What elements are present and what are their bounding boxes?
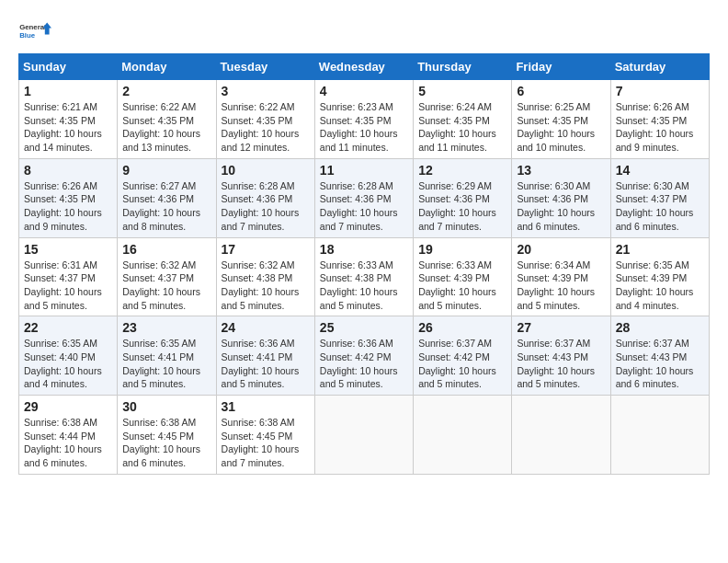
day-number: 21	[616, 242, 704, 257]
calendar-cell: 20Sunrise: 6:34 AM Sunset: 4:39 PM Dayli…	[512, 237, 610, 316]
weekday-header: Wednesday	[314, 54, 413, 80]
day-number: 17	[222, 242, 310, 257]
day-info: Sunrise: 6:32 AM Sunset: 4:37 PM Dayligh…	[122, 259, 210, 313]
calendar-cell: 12Sunrise: 6:29 AM Sunset: 4:36 PM Dayli…	[414, 158, 512, 237]
calendar-cell: 25Sunrise: 6:36 AM Sunset: 4:42 PM Dayli…	[314, 316, 413, 396]
day-number: 15	[24, 242, 112, 257]
day-info: Sunrise: 6:31 AM Sunset: 4:37 PM Dayligh…	[24, 259, 112, 313]
day-number: 20	[517, 242, 605, 257]
day-info: Sunrise: 6:33 AM Sunset: 4:39 PM Dayligh…	[418, 259, 506, 313]
calendar-cell: 11Sunrise: 6:28 AM Sunset: 4:36 PM Dayli…	[314, 158, 413, 237]
calendar-cell: 2Sunrise: 6:22 AM Sunset: 4:35 PM Daylig…	[118, 80, 216, 159]
calendar-cell: 15Sunrise: 6:31 AM Sunset: 4:37 PM Dayli…	[19, 237, 118, 316]
day-info: Sunrise: 6:35 AM Sunset: 4:40 PM Dayligh…	[24, 337, 112, 391]
weekday-header: Friday	[512, 54, 610, 80]
weekday-header: Thursday	[414, 54, 512, 80]
header: General Blue	[18, 15, 710, 48]
calendar-cell	[314, 396, 413, 475]
calendar-cell: 6Sunrise: 6:25 AM Sunset: 4:35 PM Daylig…	[512, 80, 610, 159]
day-info: Sunrise: 6:26 AM Sunset: 4:35 PM Dayligh…	[24, 179, 112, 234]
svg-text:General: General	[19, 23, 46, 31]
calendar-week-row: 15Sunrise: 6:31 AM Sunset: 4:37 PM Dayli…	[19, 237, 710, 316]
calendar-cell: 31Sunrise: 6:38 AM Sunset: 4:45 PM Dayli…	[216, 396, 314, 475]
calendar-cell: 9Sunrise: 6:27 AM Sunset: 4:36 PM Daylig…	[118, 158, 216, 237]
day-number: 1	[24, 84, 112, 98]
day-number: 30	[122, 399, 210, 414]
day-info: Sunrise: 6:25 AM Sunset: 4:35 PM Dayligh…	[517, 100, 605, 155]
day-number: 5	[418, 84, 506, 98]
day-info: Sunrise: 6:37 AM Sunset: 4:43 PM Dayligh…	[517, 337, 605, 391]
calendar-cell: 14Sunrise: 6:30 AM Sunset: 4:37 PM Dayli…	[610, 158, 709, 237]
day-info: Sunrise: 6:36 AM Sunset: 4:41 PM Dayligh…	[222, 337, 310, 391]
svg-text:Blue: Blue	[19, 31, 36, 40]
day-number: 23	[122, 320, 210, 335]
day-info: Sunrise: 6:35 AM Sunset: 4:41 PM Dayligh…	[122, 337, 210, 391]
day-number: 22	[24, 320, 112, 335]
day-number: 7	[616, 84, 704, 98]
day-number: 3	[222, 84, 310, 98]
weekday-header: Monday	[118, 54, 216, 80]
day-number: 29	[24, 399, 112, 414]
weekday-header: Tuesday	[216, 54, 314, 80]
calendar-cell: 5Sunrise: 6:24 AM Sunset: 4:35 PM Daylig…	[414, 80, 512, 159]
day-info: Sunrise: 6:38 AM Sunset: 4:45 PM Dayligh…	[122, 416, 210, 470]
day-info: Sunrise: 6:38 AM Sunset: 4:44 PM Dayligh…	[24, 416, 112, 470]
calendar-week-row: 8Sunrise: 6:26 AM Sunset: 4:35 PM Daylig…	[19, 158, 710, 237]
calendar-cell: 24Sunrise: 6:36 AM Sunset: 4:41 PM Dayli…	[216, 316, 314, 396]
calendar-table: SundayMondayTuesdayWednesdayThursdayFrid…	[18, 53, 710, 475]
calendar-cell: 4Sunrise: 6:23 AM Sunset: 4:35 PM Daylig…	[314, 80, 413, 159]
calendar-cell: 3Sunrise: 6:22 AM Sunset: 4:35 PM Daylig…	[216, 80, 314, 159]
logo-icon: General Blue	[18, 15, 51, 48]
calendar-cell	[610, 396, 709, 475]
day-number: 8	[24, 163, 112, 178]
day-info: Sunrise: 6:30 AM Sunset: 4:36 PM Dayligh…	[517, 179, 605, 234]
calendar-week-row: 1Sunrise: 6:21 AM Sunset: 4:35 PM Daylig…	[19, 80, 710, 159]
day-info: Sunrise: 6:38 AM Sunset: 4:45 PM Dayligh…	[222, 416, 310, 470]
day-number: 9	[122, 163, 210, 178]
calendar-cell: 30Sunrise: 6:38 AM Sunset: 4:45 PM Dayli…	[118, 396, 216, 475]
calendar-header: SundayMondayTuesdayWednesdayThursdayFrid…	[19, 54, 710, 80]
calendar-cell: 21Sunrise: 6:35 AM Sunset: 4:39 PM Dayli…	[610, 237, 709, 316]
day-number: 18	[320, 242, 408, 257]
day-info: Sunrise: 6:24 AM Sunset: 4:35 PM Dayligh…	[418, 100, 506, 155]
day-number: 28	[616, 320, 704, 335]
day-number: 6	[517, 84, 605, 98]
calendar-cell: 13Sunrise: 6:30 AM Sunset: 4:36 PM Dayli…	[512, 158, 610, 237]
calendar-cell: 1Sunrise: 6:21 AM Sunset: 4:35 PM Daylig…	[19, 80, 118, 159]
day-info: Sunrise: 6:28 AM Sunset: 4:36 PM Dayligh…	[320, 179, 408, 234]
day-info: Sunrise: 6:36 AM Sunset: 4:42 PM Dayligh…	[320, 337, 408, 391]
day-number: 4	[320, 84, 408, 98]
day-number: 14	[616, 163, 704, 178]
calendar-cell: 22Sunrise: 6:35 AM Sunset: 4:40 PM Dayli…	[19, 316, 118, 396]
logo: General Blue	[18, 15, 51, 48]
weekday-header: Saturday	[610, 54, 709, 80]
day-info: Sunrise: 6:32 AM Sunset: 4:38 PM Dayligh…	[222, 259, 310, 313]
weekday-header: Sunday	[19, 54, 118, 80]
day-info: Sunrise: 6:23 AM Sunset: 4:35 PM Dayligh…	[320, 100, 408, 155]
calendar-cell: 27Sunrise: 6:37 AM Sunset: 4:43 PM Dayli…	[512, 316, 610, 396]
day-info: Sunrise: 6:37 AM Sunset: 4:43 PM Dayligh…	[616, 337, 704, 391]
day-number: 12	[418, 163, 506, 178]
day-number: 25	[320, 320, 408, 335]
day-number: 31	[222, 399, 310, 414]
day-info: Sunrise: 6:22 AM Sunset: 4:35 PM Dayligh…	[122, 100, 210, 155]
day-number: 2	[122, 84, 210, 98]
day-number: 19	[418, 242, 506, 257]
day-number: 16	[122, 242, 210, 257]
day-info: Sunrise: 6:33 AM Sunset: 4:38 PM Dayligh…	[320, 259, 408, 313]
day-number: 13	[517, 163, 605, 178]
day-number: 24	[222, 320, 310, 335]
calendar-cell	[512, 396, 610, 475]
day-info: Sunrise: 6:27 AM Sunset: 4:36 PM Dayligh…	[122, 179, 210, 234]
calendar-cell: 7Sunrise: 6:26 AM Sunset: 4:35 PM Daylig…	[610, 80, 709, 159]
day-number: 11	[320, 163, 408, 178]
day-info: Sunrise: 6:22 AM Sunset: 4:35 PM Dayligh…	[222, 100, 310, 155]
calendar-week-row: 29Sunrise: 6:38 AM Sunset: 4:44 PM Dayli…	[19, 396, 710, 475]
calendar-cell: 26Sunrise: 6:37 AM Sunset: 4:42 PM Dayli…	[414, 316, 512, 396]
day-info: Sunrise: 6:28 AM Sunset: 4:36 PM Dayligh…	[222, 179, 310, 234]
day-info: Sunrise: 6:37 AM Sunset: 4:42 PM Dayligh…	[418, 337, 506, 391]
calendar-cell: 8Sunrise: 6:26 AM Sunset: 4:35 PM Daylig…	[19, 158, 118, 237]
calendar-cell	[414, 396, 512, 475]
calendar-cell: 18Sunrise: 6:33 AM Sunset: 4:38 PM Dayli…	[314, 237, 413, 316]
calendar-cell: 28Sunrise: 6:37 AM Sunset: 4:43 PM Dayli…	[610, 316, 709, 396]
